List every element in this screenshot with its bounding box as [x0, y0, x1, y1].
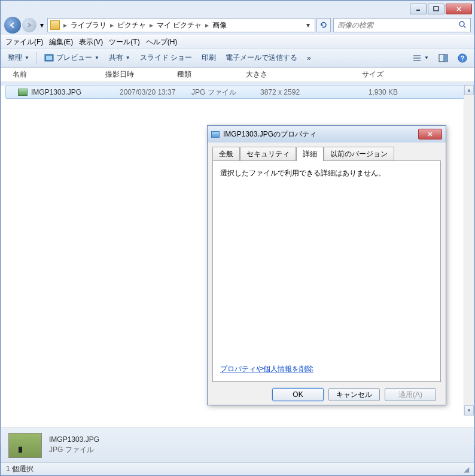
image-file-icon [18, 89, 28, 96]
window-titlebar [1, 1, 474, 17]
column-type[interactable]: 種類 [177, 69, 246, 80]
breadcrumb-segment[interactable]: 画像 [210, 20, 229, 31]
chevron-right-icon[interactable]: ▸ [204, 21, 210, 29]
tab-security[interactable]: セキュリティ [240, 147, 296, 161]
back-button[interactable] [4, 17, 21, 34]
menu-file[interactable]: ファイル(F) [5, 37, 43, 47]
ok-button[interactable]: OK [272, 388, 324, 401]
print-button[interactable]: 印刷 [199, 51, 218, 64]
scroll-down-icon[interactable]: ▼ [464, 405, 474, 416]
tab-previous-versions[interactable]: 以前のバージョン [324, 147, 394, 161]
svg-line-5 [464, 26, 465, 28]
column-dimensions[interactable]: 大きさ [246, 69, 342, 80]
refresh-button[interactable] [316, 18, 331, 32]
maximize-button[interactable] [428, 4, 444, 14]
remove-properties-link[interactable]: プロパティや個人情報を削除 [220, 364, 313, 374]
search-box[interactable] [333, 18, 471, 32]
tab-panel: 選択したファイルで利用できる詳細はありません。 プロパティや個人情報を削除 [212, 160, 441, 382]
resize-grip-icon[interactable]: ◢ [464, 465, 469, 474]
menu-bar: ファイル(F) 編集(E) 表示(V) ツール(T) ヘルプ(H) [1, 35, 474, 48]
close-button[interactable] [446, 4, 472, 14]
status-bar: 1 個選択 ◢ [1, 462, 474, 475]
file-name: IMGP1303.JPG [31, 88, 120, 96]
breadcrumb-segment[interactable]: ピクチャ [115, 20, 148, 31]
vertical-scrollbar[interactable]: ▲ ▼ [464, 85, 474, 416]
column-date[interactable]: 撮影日時 [105, 69, 177, 80]
svg-rect-1 [434, 7, 439, 11]
chevron-right-icon[interactable]: ▸ [109, 21, 115, 29]
svg-text:?: ? [461, 54, 465, 62]
forward-button[interactable] [22, 18, 36, 32]
apply-button[interactable]: 適用(A) [385, 388, 436, 401]
breadcrumb-bar[interactable]: ▸ ライブラリ ▸ ピクチャ ▸ マイ ピクチャ ▸ 画像 ▾ [47, 18, 315, 32]
chevron-right-icon[interactable]: ▸ [148, 21, 154, 29]
dialog-close-button[interactable] [418, 129, 442, 140]
help-button[interactable]: ? [455, 52, 470, 64]
svg-rect-13 [444, 55, 447, 61]
menu-edit[interactable]: 編集(E) [49, 37, 73, 47]
properties-dialog: IMGP1303.JPGのプロパティ 全般 セキュリティ 詳細 以前のバージョン… [207, 125, 446, 405]
scroll-up-icon[interactable]: ▲ [464, 85, 474, 95]
svg-point-4 [459, 22, 464, 26]
cancel-button[interactable]: キャンセル [328, 388, 380, 401]
dialog-title: IMGP1303.JPGのプロパティ [223, 129, 418, 140]
svg-rect-7 [46, 56, 52, 60]
details-filename: IMGP1303.JPG [49, 435, 99, 444]
column-filesize[interactable]: サイズ [342, 69, 383, 80]
organize-button[interactable]: 整理 ▼ [5, 51, 32, 64]
minimize-button[interactable] [410, 4, 427, 14]
file-type: JPG ファイル [191, 87, 260, 98]
no-details-message: 選択したファイルで利用できる詳細はありません。 [220, 168, 433, 178]
navigation-bar: ▾ ▸ ライブラリ ▸ ピクチャ ▸ マイ ピクチャ ▸ 画像 ▾ [1, 17, 474, 35]
column-name[interactable]: 名前 [13, 69, 105, 80]
dialog-icon [211, 131, 220, 138]
breadcrumb-dropdown-icon[interactable]: ▾ [304, 21, 312, 29]
thumbnail [8, 433, 42, 458]
dialog-titlebar[interactable]: IMGP1303.JPGのプロパティ [208, 126, 446, 143]
status-text: 1 個選択 [6, 464, 34, 474]
separator [36, 52, 37, 64]
file-size: 1,930 KB [356, 88, 398, 96]
chevron-right-icon[interactable]: ▸ [62, 21, 68, 29]
breadcrumb-segment[interactable]: ライブラリ [68, 20, 109, 31]
slideshow-button[interactable]: スライド ショー [138, 51, 194, 64]
dialog-button-row: OK キャンセル 適用(A) [212, 382, 441, 401]
explorer-window: ▾ ▸ ライブラリ ▸ ピクチャ ▸ マイ ピクチャ ▸ 画像 ▾ ファイル(F… [0, 0, 475, 476]
view-options-button[interactable]: ▼ [410, 53, 431, 63]
tab-details[interactable]: 詳細 [296, 147, 324, 161]
preview-button[interactable]: プレビュー ▼ [42, 51, 102, 64]
history-dropdown-icon[interactable]: ▾ [38, 19, 46, 31]
email-button[interactable]: 電子メールで送信する [223, 51, 300, 64]
menu-view[interactable]: 表示(V) [79, 37, 103, 47]
tab-strip: 全般 セキュリティ 詳細 以前のバージョン [212, 147, 441, 161]
menu-help[interactable]: ヘルプ(H) [146, 37, 178, 47]
file-dimensions: 3872 x 2592 [260, 88, 356, 96]
preview-icon [44, 53, 54, 63]
details-pane: IMGP1303.JPG JPG ファイル [1, 428, 474, 462]
search-icon[interactable] [458, 20, 467, 31]
menu-tools[interactable]: ツール(T) [109, 37, 139, 47]
folder-icon [50, 20, 60, 30]
command-bar: 整理 ▼ プレビュー ▼ 共有 ▼ スライド ショー 印刷 電子メールで送信する… [1, 48, 474, 68]
tab-general[interactable]: 全般 [212, 147, 240, 161]
preview-pane-button[interactable] [436, 53, 450, 63]
details-filetype: JPG ファイル [49, 445, 99, 455]
file-row[interactable]: IMGP1303.JPG 2007/03/20 13:37 JPG ファイル 3… [5, 86, 470, 99]
share-button[interactable]: 共有 ▼ [106, 51, 133, 64]
search-input[interactable] [337, 21, 458, 29]
overflow-button[interactable]: » [305, 53, 313, 63]
column-headers: 名前 撮影日時 種類 大きさ サイズ [1, 68, 474, 82]
file-date: 2007/03/20 13:37 [120, 88, 191, 96]
breadcrumb-segment[interactable]: マイ ピクチャ [154, 20, 204, 31]
